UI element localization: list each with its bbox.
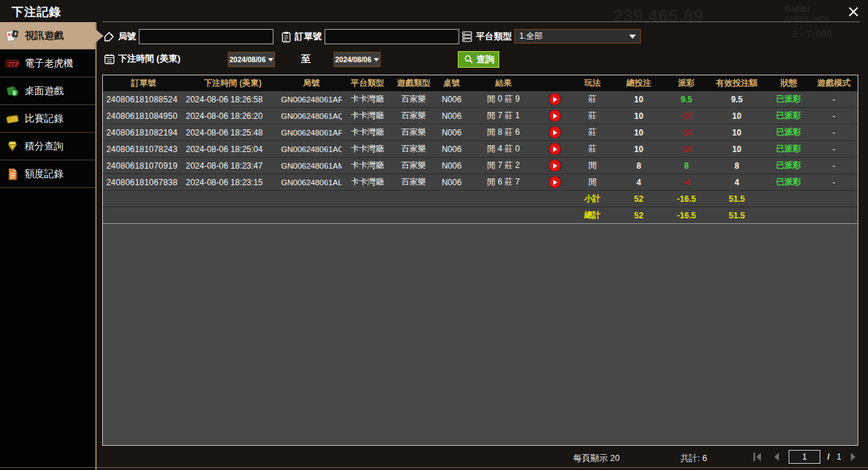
- cell-platform: 卡卡灣廳: [342, 126, 393, 138]
- filter-bar: 局號 訂單號 平台類型 1.全部 下注時間 (美東) 2024/08/06 至 …: [97, 22, 868, 75]
- cell-play-method: 閒: [571, 160, 614, 171]
- round-no-input[interactable]: [139, 29, 273, 44]
- sidebar-item-points-query[interactable]: 積分查詢: [0, 133, 95, 160]
- cell-game-mode: -: [813, 128, 855, 138]
- diamond-icon: [6, 140, 19, 153]
- sidebar-item-slots[interactable]: 777 電子老虎機: [0, 50, 95, 77]
- total-count-label: 共計: 6: [680, 453, 707, 464]
- cell-game-type: 百家樂: [393, 176, 434, 188]
- next-page-button[interactable]: [848, 452, 859, 462]
- first-page-button[interactable]: [753, 452, 764, 462]
- page-number-input[interactable]: [789, 450, 820, 464]
- replay-play-button[interactable]: [549, 176, 561, 188]
- grand-total-valid-bet: 51.5: [709, 211, 764, 220]
- cell-play-method: 莊: [571, 93, 614, 105]
- col-header-round-no: 局號: [281, 77, 342, 89]
- date-to-select[interactable]: 2024/08/06: [334, 52, 380, 67]
- sidebar-item-credit-records[interactable]: 額度記錄: [0, 160, 95, 188]
- cell-payout: -10: [664, 111, 709, 121]
- col-header-table-no: 桌號: [434, 77, 469, 89]
- cell-bet-time: 2024-08-06 18:26:58: [184, 95, 281, 104]
- search-button[interactable]: 查詢: [458, 51, 499, 68]
- date-from-select[interactable]: 2024/08/06: [228, 52, 275, 67]
- sidebar-item-label: 視訊遊戲: [25, 30, 64, 42]
- platform-type-select[interactable]: 1.全部: [514, 29, 641, 44]
- cell-total-bet: 10: [614, 144, 664, 154]
- cell-play-method: 莊: [571, 110, 614, 122]
- cell-order-no: 240806181078243: [103, 144, 184, 154]
- cell-replay: [538, 143, 571, 155]
- col-header-order-no: 訂單號: [103, 77, 184, 89]
- cell-table-no: N006: [434, 144, 469, 154]
- table-row: 240806181070919 2024-08-06 18:23:47 GN00…: [103, 158, 858, 174]
- col-header-result: 結果: [469, 77, 538, 89]
- cell-result: 閒 8 莊 6: [469, 126, 538, 138]
- col-header-total-bet: 總投注: [614, 77, 664, 89]
- cell-total-bet: 10: [614, 95, 664, 104]
- cell-result: 閒 0 莊 9: [469, 93, 538, 105]
- date-to-value: 2024/08/06: [335, 55, 372, 64]
- cell-bet-time: 2024-08-06 18:23:15: [184, 178, 281, 187]
- cell-round-no: GN006248061AM: [281, 162, 342, 170]
- grand-total-total-bet: 52: [614, 211, 664, 220]
- sidebar-item-label: 積分查詢: [25, 140, 64, 153]
- grand-total-label: 總計: [571, 209, 614, 221]
- cell-round-no: GN006248061AL: [281, 178, 342, 187]
- chevron-down-icon: [629, 35, 636, 39]
- cell-status: 已派彩: [764, 160, 813, 171]
- replay-play-button[interactable]: [549, 93, 561, 105]
- prev-page-button[interactable]: [771, 452, 782, 462]
- cell-game-mode: -: [813, 161, 855, 171]
- platform-type-value: 1.全部: [519, 30, 543, 42]
- cell-table-no: N006: [434, 95, 469, 104]
- cell-bet-time: 2024-08-06 18:25:48: [184, 128, 281, 138]
- replay-play-button[interactable]: [549, 110, 561, 122]
- cell-valid-bet: 4: [709, 178, 764, 187]
- cell-payout: -10: [664, 144, 709, 154]
- subtotal-payout: -16.5: [664, 194, 709, 204]
- search-icon: [463, 54, 474, 66]
- sidebar-item-table-games[interactable]: $ 桌面遊戲: [0, 77, 95, 105]
- sidebar-item-match-records[interactable]: 比賽記錄: [0, 105, 95, 133]
- cell-game-type: 百家樂: [393, 126, 434, 138]
- sidebar-item-label: 桌面遊戲: [25, 85, 64, 97]
- cell-table-no: N006: [434, 178, 469, 187]
- table-row: 240806181088524 2024-08-06 18:26:58 GN00…: [103, 91, 858, 108]
- sidebar-item-video-games[interactable]: K♥ 9 視訊遊戲: [0, 22, 95, 50]
- cell-replay: [538, 176, 571, 188]
- table-row: 240806181067838 2024-08-06 18:23:15 GN00…: [103, 174, 858, 191]
- col-header-game-mode: 遊戲模式: [813, 77, 855, 89]
- col-header-bet-time: 下注時間 (美東): [184, 77, 281, 89]
- close-button[interactable]: [845, 4, 862, 19]
- cell-replay: [538, 126, 571, 138]
- platform-type-icon: [461, 30, 473, 42]
- replay-play-button[interactable]: [549, 126, 561, 138]
- page-navigation: / 1: [753, 450, 868, 464]
- sidebar-item-label: 額度記錄: [25, 168, 64, 180]
- search-button-label: 查詢: [476, 53, 494, 66]
- cell-round-no: GN006248061AP: [281, 129, 342, 137]
- cell-replay: [538, 93, 571, 105]
- cell-game-mode: -: [813, 95, 855, 104]
- cell-result: 閒 6 莊 7: [469, 176, 538, 188]
- cell-replay: [538, 160, 571, 171]
- replay-play-button[interactable]: [549, 143, 561, 155]
- subtotal-label: 小計: [571, 193, 614, 205]
- page-separator: /: [827, 452, 829, 462]
- replay-play-button[interactable]: [549, 160, 561, 171]
- chevron-down-icon: [374, 58, 379, 62]
- cell-result: 閒 7 莊 1: [469, 110, 538, 122]
- bet-records-table: 訂單號 下注時間 (美東) 局號 平台類型 遊戲類型 桌號 結果 玩法 總投注 …: [102, 75, 858, 446]
- cell-status: 已派彩: [764, 126, 813, 138]
- sidebar-item-label: 電子老虎機: [25, 57, 73, 70]
- cell-result: 閒 4 莊 0: [469, 143, 538, 155]
- cell-total-bet: 4: [614, 178, 664, 187]
- order-no-label: 訂單號: [295, 30, 322, 43]
- table-row: 240806181078243 2024-08-06 18:25:04 GN00…: [103, 141, 858, 158]
- order-no-input[interactable]: [325, 29, 459, 44]
- title-bar: 239,465.89 Gabbi GN00624806 3 - 7,000 下注…: [0, 0, 868, 22]
- cell-round-no: GN006248061AQ: [281, 112, 342, 120]
- col-header-valid-bet: 有效投注額: [709, 77, 764, 89]
- grand-total-row: 總計 52 -16.5 51.5: [103, 207, 858, 224]
- cell-result: 閒 7 莊 2: [469, 160, 538, 171]
